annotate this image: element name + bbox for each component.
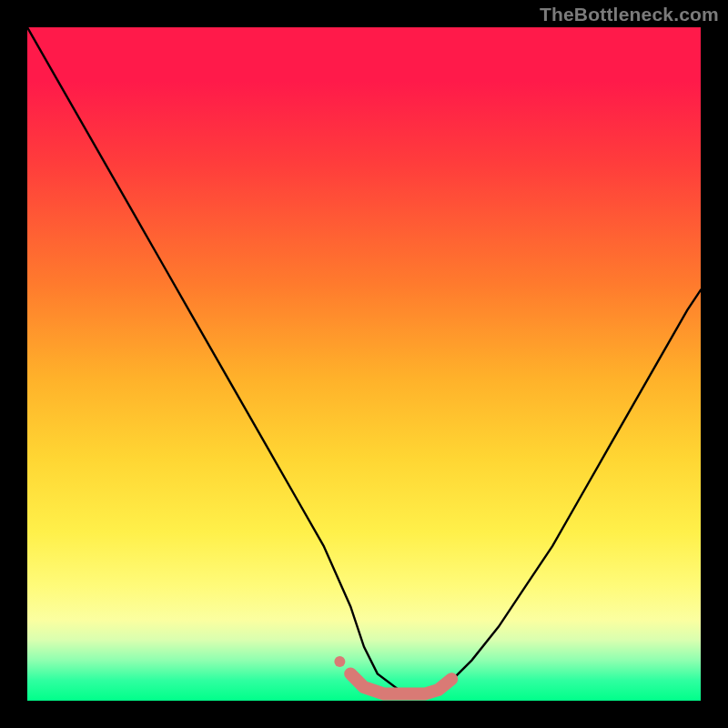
bottleneck-curve xyxy=(27,27,701,694)
highlight-band xyxy=(350,673,451,693)
highlight-dot xyxy=(334,656,345,667)
watermark-text: TheBottleneck.com xyxy=(540,4,719,25)
chart-frame: TheBottleneck.com xyxy=(0,0,728,728)
curve-layer xyxy=(27,27,701,701)
plot-area xyxy=(27,27,701,701)
